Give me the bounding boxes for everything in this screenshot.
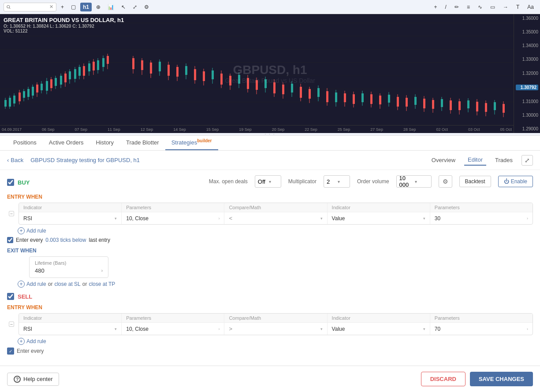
aa-tool-btn[interactable]: Aa: [525, 3, 536, 11]
view-tab-overview[interactable]: Overview: [428, 155, 459, 165]
sell-indicator-select[interactable]: RSI ▾: [19, 323, 122, 335]
tab-history[interactable]: History: [90, 136, 120, 150]
top-toolbar: GBPUSD ✕ + ▢ h1 ⊕ 📊 ↖ ⤢ ⚙ + / ✏ ≡ ∿ ▭ → …: [0, 0, 540, 14]
sell-parameters-select[interactable]: 10, Close ›: [122, 323, 224, 335]
col-parameters: Parameters: [122, 203, 224, 212]
lifetime-value: 480: [35, 267, 45, 274]
time-label-14: 02 Oct: [436, 127, 448, 132]
panel-tabs: Positions Active Orders History Trade Bl…: [0, 136, 540, 151]
draw-tool-btn[interactable]: ✏: [452, 3, 462, 11]
time-label-13: 28 Sep: [403, 127, 416, 132]
deals-controls-row: Max. open deals Off ▾ Multiplicator 2 ▾ …: [209, 175, 533, 188]
wave-tool-btn[interactable]: ∿: [475, 3, 485, 11]
help-center-btn[interactable]: ? Help center: [7, 373, 59, 386]
toolbar-right-group: + / ✏ ≡ ∿ ▭ → T Aa: [432, 3, 536, 11]
strategy-settings-btn[interactable]: ⚙: [439, 175, 452, 188]
sell-enter-checkbox-partial[interactable]: ✓: [7, 348, 14, 355]
help-icon: ?: [14, 376, 21, 383]
buy-parameters2-select[interactable]: 30 ›: [430, 212, 533, 224]
col-indicator2: Indicator: [328, 203, 430, 212]
sell-col-parameters2: Parameters: [430, 314, 533, 322]
buy-checkbox[interactable]: [7, 179, 14, 186]
chart-type-btn[interactable]: 📊: [105, 3, 117, 11]
enter-every-checkbox[interactable]: [7, 237, 13, 243]
buy-parameters-select[interactable]: 10, Close ›: [122, 212, 224, 224]
backtest-btn[interactable]: Backtest: [459, 176, 491, 187]
text-tool-btn[interactable]: T: [514, 3, 522, 11]
timeframe-h1-btn[interactable]: h1: [80, 3, 92, 11]
strategy-header: ‹ Back GBPUSD Strategy testing for GBPUS…: [0, 151, 540, 170]
search-icon: [7, 4, 11, 10]
symbol-input[interactable]: GBPUSD: [12, 4, 48, 10]
time-label-3: 07 Sep: [75, 127, 88, 132]
pointer-btn[interactable]: ↖: [119, 3, 128, 11]
save-changes-btn[interactable]: SAVE CHANGES: [470, 372, 533, 386]
buy-entry-table-header: Indicator Parameters Compare/Math Indica…: [19, 203, 533, 212]
fullscreen-btn[interactable]: ⤢: [130, 3, 140, 11]
price-label-6: 1.31000: [516, 99, 538, 104]
buy-indicator-arrow: ▾: [115, 216, 117, 221]
tab-trade-blotter[interactable]: Trade Blotter: [120, 136, 165, 150]
window-btn[interactable]: ▢: [68, 3, 78, 11]
time-label-16: 05 Oct: [500, 127, 512, 132]
price-label-4: 1.33000: [516, 57, 538, 62]
buy-indicator2-arrow: ▾: [423, 216, 425, 221]
entry-when-label: ENTRY WHEN: [7, 194, 533, 200]
close-at-sl-link[interactable]: close at SL: [54, 281, 80, 287]
rectangle-tool-btn[interactable]: ▭: [488, 3, 498, 11]
close-at-tp-link[interactable]: close at TP: [89, 281, 115, 287]
symbol-search-box[interactable]: GBPUSD ✕: [4, 3, 56, 11]
buy-entry-add-rule-btn[interactable]: + Add rule: [18, 227, 46, 234]
sell-col-indicator2: Indicator: [328, 314, 430, 322]
time-label-4: 11 Sep: [108, 127, 120, 132]
order-volume-select[interactable]: 10 000 ▾: [396, 175, 432, 188]
footer-right: DISCARD SAVE CHANGES: [421, 372, 533, 386]
lifetime-value-row: 480 ›: [35, 267, 103, 274]
sell-parameters2-select[interactable]: 70 ›: [430, 323, 533, 335]
add-symbol-btn[interactable]: +: [58, 3, 67, 11]
time-label-12: 27 Sep: [370, 127, 383, 132]
buy-exit-add-rule-btn[interactable]: + Add rule: [18, 281, 46, 288]
settings-btn[interactable]: ⚙: [142, 3, 152, 11]
tab-active-orders[interactable]: Active Orders: [43, 136, 90, 150]
sell-entry-add-rule-btn[interactable]: + Add rule: [18, 338, 46, 345]
col-parameters2: Parameters: [430, 203, 533, 212]
strategies-badge: builder: [197, 138, 212, 143]
equals-tool-btn[interactable]: ≡: [464, 3, 473, 11]
enter-every-value[interactable]: 0.003 ticks below: [45, 237, 86, 243]
sell-comparemath-select[interactable]: > ▾: [224, 323, 327, 335]
buy-indicator-select[interactable]: RSI ▾: [19, 212, 122, 224]
buy-entry-indicator-wrap: − Indicator Parameters Compare/Math Indi…: [7, 203, 533, 225]
line-tool-btn[interactable]: /: [443, 3, 449, 11]
lifetime-chevron-icon[interactable]: ›: [101, 268, 103, 273]
discard-btn[interactable]: DISCARD: [421, 372, 466, 386]
time-label-11: 25 Sep: [338, 127, 350, 132]
tab-strategies[interactable]: Strategiesbuilder: [165, 135, 218, 150]
expand-view-btn[interactable]: ⤢: [521, 155, 533, 166]
strategy-header-right: Overview Editor Trades ⤢: [428, 155, 533, 166]
search-close-icon[interactable]: ✕: [49, 4, 53, 10]
arrow-tool-btn[interactable]: →: [500, 3, 511, 11]
view-tab-trades[interactable]: Trades: [492, 155, 516, 165]
sell-checkbox[interactable]: [7, 293, 14, 300]
enable-btn[interactable]: ⏻ Enable: [498, 176, 533, 187]
multiplicator-select[interactable]: 2 ▾: [324, 175, 350, 188]
buy-section-row: BUY Max. open deals Off ▾ Multiplicator …: [7, 174, 533, 189]
max-open-deals-select[interactable]: Off ▾: [255, 175, 281, 188]
time-axis: 04.09.2017 06 Sep 07 Sep 11 Sep 12 Sep 1…: [0, 125, 514, 133]
view-tab-editor[interactable]: Editor: [464, 155, 486, 166]
entry-remove-btn[interactable]: −: [9, 211, 14, 216]
time-label-9: 20 Sep: [272, 127, 285, 132]
plus-tool-btn[interactable]: +: [432, 3, 440, 11]
price-label-1: 1.36000: [516, 16, 538, 21]
lifetime-box: Lifetime (Bars) 480 ›: [29, 256, 108, 278]
sell-parameters-arrow: ›: [218, 327, 220, 331]
sell-indicator2-select[interactable]: Value ▾: [328, 323, 430, 335]
buy-comparemath-select[interactable]: < ▾: [224, 212, 327, 224]
back-button[interactable]: ‹ Back: [7, 157, 23, 163]
tab-positions[interactable]: Positions: [7, 136, 43, 150]
crosshair-btn[interactable]: ⊕: [93, 3, 103, 11]
sell-entry-remove-btn[interactable]: −: [9, 322, 14, 327]
buy-indicator2-select[interactable]: Value ▾: [328, 212, 430, 224]
sell-entry-table-header: Indicator Parameters Compare/Math Indica…: [19, 314, 533, 323]
